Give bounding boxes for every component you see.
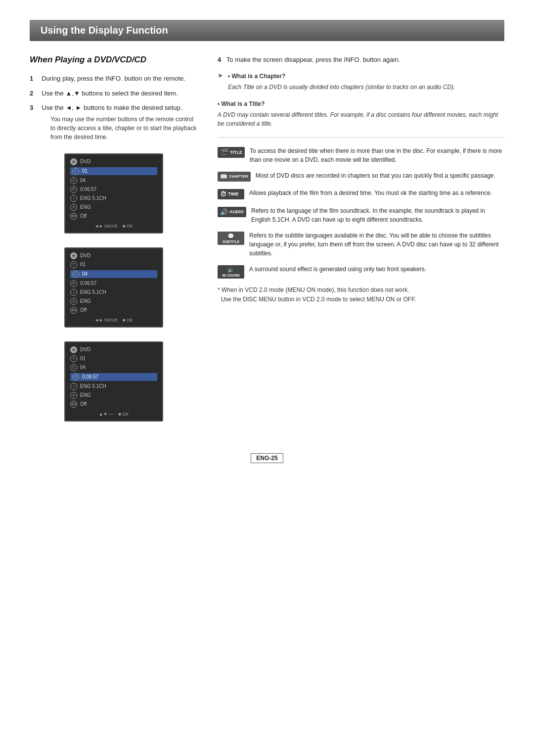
bullet-chapter: ➤ • What is a Chapter? Each Title on a D…: [218, 72, 504, 94]
audio-badge: 🔊 AUDIO: [218, 207, 246, 217]
screen-row-dvd-2: DVD: [70, 252, 157, 259]
screen-2: DVD T 01 C 04 ⏱ 0:06:57 ♪: [64, 247, 163, 328]
step-1-num: 1: [30, 74, 38, 84]
disc-icon-3: [70, 346, 77, 353]
time-icon-1: ⏱: [70, 186, 77, 193]
page-number: ENG-25: [251, 453, 283, 463]
screen-row-audio-3: ♪ ENG 5.1CH: [70, 383, 157, 390]
step-2-num: 2: [30, 89, 38, 98]
info-time: ⏱ TIME Allows playback of the film from …: [218, 189, 504, 199]
screen-row-dvd-3: DVD: [70, 346, 157, 353]
time-badge-label: TIME: [228, 191, 239, 196]
info-chapter: 📖 CHAPTER Most of DVD discs are recorded…: [218, 171, 504, 182]
screen-footer-2: ◄► MOVE ■ OK: [70, 318, 157, 323]
screen-row-chapter-3: C 04: [70, 364, 157, 371]
subtitle-badge-icon: 💬: [227, 233, 234, 239]
time-badge-icon: ⏱: [220, 190, 226, 198]
screen-row-audio-1: ♪ ENG 5.1CH: [70, 195, 157, 202]
step-1: 1 During play, press the INFO. button on…: [30, 74, 198, 84]
disc-icon-1: [70, 158, 77, 165]
audio-badge-label: AUDIO: [229, 209, 244, 214]
bullet-title-text: A DVD may contain several different titl…: [218, 110, 504, 128]
title-badge-icon: 🎬: [220, 148, 228, 156]
subtitle-badge-label: SUBTITLE: [222, 240, 239, 243]
step-3-text: Use the ◄, ► buttons to make the desired…: [42, 104, 182, 111]
chapter-icon-3: C: [70, 364, 77, 371]
bullet-title: • What is a Title? A DVD may contain sev…: [218, 99, 504, 128]
subtitle-icon-3: S: [70, 392, 77, 399]
step-2: 2 Use the ▲,▼ buttons to select the desi…: [30, 89, 198, 98]
page: Using the Display Function When Playing …: [0, 0, 534, 493]
info-3dsound: 🔉 3D SOUND A surround sound effect is ge…: [218, 265, 504, 279]
chapter-badge-label: CHAPTER: [229, 174, 248, 179]
chapter-icon-1: C: [70, 177, 77, 184]
screens-container: DVD T 01 C 04 ⏱ 0:06:57 ♪: [30, 146, 198, 428]
screen-1: DVD T 01 C 04 ⏱ 0:06:57 ♪: [64, 153, 163, 234]
step-1-text: During play, press the INFO. button on t…: [42, 74, 185, 84]
screen-row-chapter-2: C 04: [70, 270, 157, 278]
note-block: * When in VCD 2.0 mode (MENU ON mode), t…: [218, 285, 504, 304]
screen-row-time-1: ⏱ 0:06:57: [70, 186, 157, 193]
screen-row-sound-1: 3D Off: [70, 213, 157, 220]
title-badge: 🎬 TITLE: [218, 147, 245, 158]
audio-info-text: Refers to the language of the film sound…: [251, 206, 504, 224]
chapter-badge-icon: 📖: [220, 173, 227, 180]
arrow-icon: ➤: [218, 72, 223, 79]
bullet-chapter-text: Each Title on a DVD is usually divided i…: [228, 83, 455, 92]
screen-row-title-1: T 01: [70, 167, 157, 175]
sound-badge: 🔉 3D SOUND: [218, 265, 244, 279]
subtitle-icon-1: S: [70, 204, 77, 211]
sound-badge-icon: 🔉: [227, 267, 234, 273]
info-title: 🎬 TITLE To access the desired title when…: [218, 146, 504, 164]
screen-row-title-2: T 01: [70, 261, 157, 268]
step-4: 4 To make the screen disappear, press th…: [218, 55, 504, 65]
screen-row-subtitle-3: S ENG: [70, 392, 157, 399]
subsection-title: When Playing a DVD/VCD/CD: [30, 55, 198, 65]
title-icon-2: T: [70, 261, 77, 268]
time-icon-2: ⏱: [70, 280, 77, 287]
info-subtitle: 💬 SUBTITLE Refers to the subtitle langua…: [218, 231, 504, 258]
subtitle-badge: 💬 SUBTITLE: [218, 232, 244, 245]
note-line-2: Use the DISC MENU button in VCD 2.0 mode…: [218, 295, 504, 304]
section-title: Using the Display Function: [41, 25, 168, 36]
audio-icon-1: ♪: [70, 195, 77, 202]
chapter-info-text: Most of DVD discs are recorded in chapte…: [256, 171, 495, 180]
time-icon-3: ⏱: [72, 374, 79, 380]
screen-row-chapter-1: C 04: [70, 177, 157, 184]
note-line-1: * When in VCD 2.0 mode (MENU ON mode), t…: [218, 285, 504, 295]
screen-row-time-2: ⏱ 0:06:57: [70, 280, 157, 287]
audio-icon-2: ♪: [70, 289, 77, 296]
time-badge: ⏱ TIME: [218, 189, 244, 199]
audio-badge-icon: 🔊: [220, 208, 228, 216]
title-info-text: To access the desired title when there i…: [250, 146, 504, 164]
title-badge-label: TITLE: [230, 150, 242, 155]
title-icon-1: T: [72, 168, 79, 175]
sound-badge-label: 3D SOUND: [222, 274, 240, 277]
chapter-icon-2: C: [72, 271, 79, 278]
screen-row-dvd-1: DVD: [70, 158, 157, 165]
chapter-badge: 📖 CHAPTER: [218, 172, 251, 182]
step-3-bullet: You may use the number buttons of the re…: [50, 115, 198, 142]
screen-row-time-3: ⏱ 0:06:57: [70, 373, 157, 381]
step-4-text: To make the screen disappear, press the …: [226, 56, 400, 63]
screen-row-sound-3: 3D Off: [70, 401, 157, 408]
sound-icon-2: 3D: [70, 307, 77, 314]
bullet-chapter-header: • What is a Chapter?: [228, 72, 455, 81]
screen-3: DVD T 01 C 04 ⏱ 0:06:57 ♪: [64, 341, 163, 422]
info-audio: 🔊 AUDIO Refers to the language of the fi…: [218, 206, 504, 224]
title-icon-3: T: [70, 355, 77, 362]
subtitle-icon-2: S: [70, 298, 77, 305]
sound-info-text: A surround sound effect is generated usi…: [249, 265, 426, 274]
bullet-title-header: • What is a Title?: [218, 99, 504, 108]
screen-row-audio-2: ♪ ENG 5.1CH: [70, 289, 157, 296]
screen-row-title-3: T 01: [70, 355, 157, 362]
screen-footer-1: ◄► MOVE ■ OK: [70, 224, 157, 229]
screen-row-subtitle-2: S ENG: [70, 298, 157, 305]
right-column: 4 To make the screen disappear, press th…: [218, 55, 504, 428]
step-2-text: Use the ▲,▼ buttons to select the desire…: [42, 89, 178, 98]
screen-row-sound-2: 3D Off: [70, 307, 157, 314]
subtitle-info-text: Refers to the subtitle languages availab…: [249, 231, 504, 258]
sound-icon-3: 3D: [70, 401, 77, 408]
divider: [218, 137, 504, 138]
left-column: When Playing a DVD/VCD/CD 1 During play,…: [30, 55, 198, 428]
